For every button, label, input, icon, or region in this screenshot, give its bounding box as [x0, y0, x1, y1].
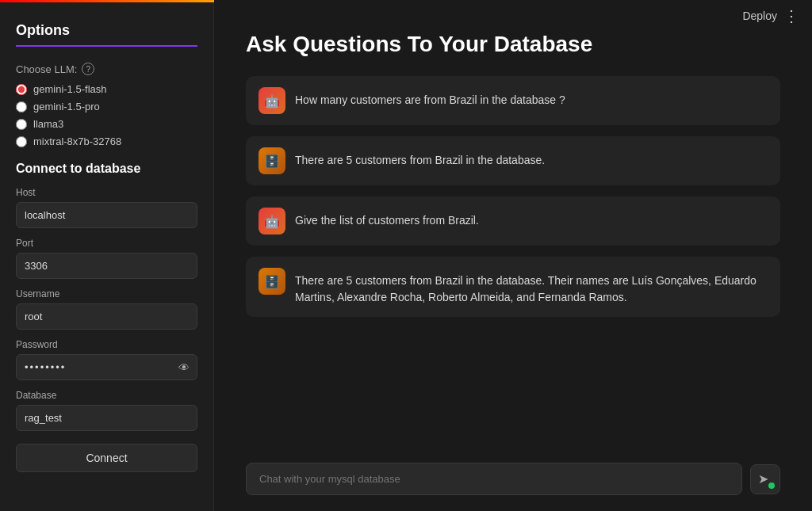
port-label: Port [16, 238, 197, 249]
llm-option-mixtral[interactable]: mixtral-8x7b-32768 [16, 135, 197, 147]
sidebar: Options Choose LLM: ? gemini-1.5-flash g… [0, 0, 214, 511]
message-text: How many customers are from Brazil in th… [295, 87, 565, 109]
avatar: 🤖 [259, 87, 285, 114]
messages-area: 🤖 How many customers are from Brazil in … [246, 76, 780, 452]
deploy-button[interactable]: Deploy [742, 10, 777, 22]
llm-radio-group: gemini-1.5-flash gemini-1.5-pro llama3 m… [16, 83, 197, 147]
username-input[interactable] [16, 303, 197, 330]
message-text: There are 5 customers from Brazil in the… [295, 268, 768, 306]
llm-option-llama3[interactable]: llama3 [16, 118, 197, 130]
database-label: Database [16, 390, 197, 401]
password-label: Password [16, 339, 197, 350]
topbar: Deploy ⋮ [730, 0, 812, 32]
username-label: Username [16, 288, 197, 299]
llm-option-gemini-pro[interactable]: gemini-1.5-pro [16, 101, 197, 112]
choose-llm-label: Choose LLM: ? [16, 63, 197, 75]
connect-button[interactable]: Connect [16, 444, 197, 472]
main-content: Ask Questions To Your Database 🤖 How man… [214, 0, 812, 511]
chat-input[interactable] [246, 463, 742, 495]
avatar: 🗄️ [259, 268, 285, 295]
database-input[interactable] [16, 405, 197, 431]
send-icon: ➤ [758, 471, 768, 486]
message-card: 🗄️ There are 5 customers from Brazil in … [246, 136, 780, 185]
connect-section-title: Connect to database [16, 162, 197, 176]
menu-icon[interactable]: ⋮ [783, 8, 799, 24]
chat-input-area: ➤ [246, 452, 780, 511]
avatar: 🗄️ [259, 147, 285, 174]
page-heading: Ask Questions To Your Database [246, 32, 780, 57]
host-label: Host [16, 187, 197, 198]
password-wrapper: 👁 [16, 354, 197, 380]
avatar: 🤖 [259, 208, 285, 235]
help-icon[interactable]: ? [82, 63, 94, 75]
password-input[interactable] [16, 354, 197, 380]
llm-option-gemini-flash[interactable]: gemini-1.5-flash [16, 83, 197, 95]
host-input[interactable] [16, 202, 197, 228]
options-title: Options [16, 22, 197, 47]
message-card: 🤖 Give the list of customers from Brazil… [246, 196, 780, 246]
app-layout: Deploy ⋮ Options Choose LLM: ? gemini-1.… [0, 0, 812, 511]
message-card: 🗄️ There are 5 customers from Brazil in … [246, 257, 780, 317]
message-text: Give the list of customers from Brazil. [295, 208, 479, 229]
eye-icon[interactable]: 👁 [178, 361, 190, 374]
message-card: 🤖 How many customers are from Brazil in … [246, 76, 780, 125]
send-button[interactable]: ➤ [750, 464, 780, 494]
message-text: There are 5 customers from Brazil in the… [295, 147, 545, 169]
port-input[interactable] [16, 253, 197, 279]
